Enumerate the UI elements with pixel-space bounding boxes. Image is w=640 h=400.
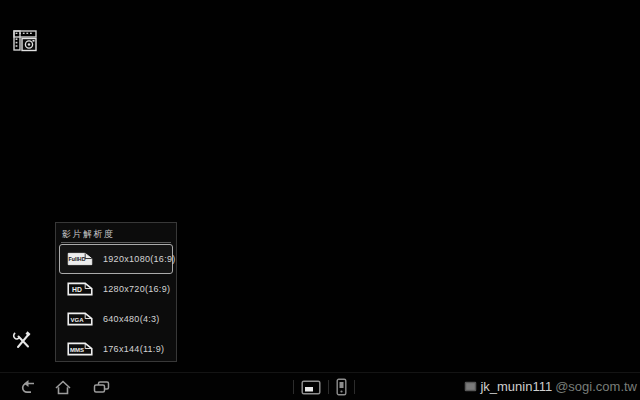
resolution-options: FullHD 1920x1080(16:9) HD 1280x720(16:9)… — [56, 243, 176, 364]
screenshot-icon[interactable] — [301, 380, 321, 395]
resolution-label: 1920x1080(16:9) — [103, 254, 176, 264]
resolution-option-vga[interactable]: VGA 640x480(4:3) — [60, 304, 172, 334]
separator — [354, 380, 355, 394]
video-mode-icon[interactable] — [13, 28, 38, 53]
svg-text:FullHD: FullHD — [69, 256, 86, 262]
svg-text:HD: HD — [72, 286, 82, 293]
home-button[interactable] — [50, 377, 76, 397]
system-navigation-bar: jk_munin111@sogi.com.tw — [0, 372, 640, 400]
separator — [293, 380, 294, 394]
back-icon — [19, 379, 38, 395]
tools-icon[interactable] — [12, 330, 34, 352]
system-bar-center-tools — [293, 376, 355, 398]
separator — [328, 380, 329, 394]
picture-icon — [464, 381, 477, 392]
camera-viewfinder-screen: 影片解析度 FullHD 1920x1080(16:9) HD 1280x720… — [0, 0, 640, 400]
mms-badge-icon: MMS — [66, 341, 94, 357]
recents-button[interactable] — [88, 377, 114, 397]
back-button[interactable] — [15, 377, 41, 397]
watermark-user: jk_munin111 — [480, 379, 552, 394]
small-apps-icon[interactable] — [336, 378, 347, 396]
resolution-label: 1280x720(16:9) — [103, 284, 170, 294]
resolution-label: 176x144(11:9) — [103, 344, 164, 354]
resolution-option-mms[interactable]: MMS 176x144(11:9) — [60, 334, 172, 364]
svg-text:MMS: MMS — [70, 347, 84, 353]
watermark: jk_munin111@sogi.com.tw — [464, 379, 637, 394]
resolution-option-fullhd[interactable]: FullHD 1920x1080(16:9) — [59, 244, 173, 274]
hd-badge-icon: HD — [66, 281, 94, 297]
resolution-option-hd[interactable]: HD 1280x720(16:9) — [60, 274, 172, 304]
resolution-label: 640x480(4:3) — [103, 314, 160, 324]
recents-icon — [92, 379, 111, 395]
fullhd-badge-icon: FullHD — [66, 251, 94, 267]
vga-badge-icon: VGA — [66, 311, 94, 327]
home-icon — [54, 379, 72, 396]
video-resolution-menu: 影片解析度 FullHD 1920x1080(16:9) HD 1280x720… — [55, 222, 177, 362]
watermark-domain: @sogi.com.tw — [555, 379, 637, 394]
menu-title: 影片解析度 — [56, 223, 176, 241]
svg-text:VGA: VGA — [70, 317, 84, 323]
